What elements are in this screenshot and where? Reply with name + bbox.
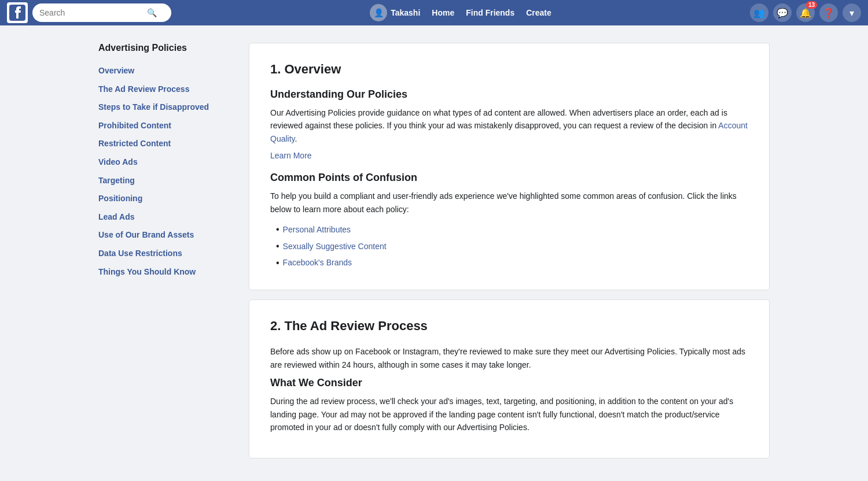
confusion-subtitle: Common Points of Confusion — [270, 172, 748, 184]
sidebar-item-overview[interactable]: Overview — [98, 62, 237, 80]
personal-attributes-link[interactable]: Personal Attributes — [283, 223, 351, 237]
help-icon: ❓ — [823, 8, 834, 18]
understanding-subtitle: Understanding Our Policies — [270, 88, 748, 101]
notification-badge: 13 — [806, 1, 817, 9]
sidebar-item-video-ads[interactable]: Video Ads — [98, 154, 237, 171]
sidebar-title: Advertising Policies — [98, 43, 237, 53]
sidebar-item-lead-ads[interactable]: Lead Ads — [98, 209, 237, 226]
list-item-facebook-brands: Facebook's Brands — [276, 255, 748, 272]
overview-body-part1: Our Advertising Policies provide guidanc… — [270, 108, 727, 130]
sidebar-item-ad-review[interactable]: The Ad Review Process — [98, 81, 237, 98]
sidebar-item-things-you-should-know[interactable]: Things You Should Know — [98, 264, 237, 281]
overview-body-text: Our Advertising Policies provide guidanc… — [270, 106, 748, 145]
ad-review-title: 2. The Ad Review Process — [270, 319, 748, 334]
learn-more-link[interactable]: Learn More — [270, 151, 748, 160]
people-icon: 👥 — [753, 8, 765, 18]
sidebar-item-prohibited[interactable]: Prohibited Content — [98, 117, 237, 135]
navbar-right: 👥 💬 🔔 13 ❓ ▾ — [750, 3, 861, 22]
more-menu-btn[interactable]: ▾ — [843, 3, 861, 22]
navbar-center: 👤 Takashi Home Find Friends Create — [171, 4, 750, 21]
messenger-icon-btn[interactable]: 💬 — [773, 3, 792, 22]
sidebar-item-data-use[interactable]: Data Use Restrictions — [98, 245, 237, 262]
confusion-section: Common Points of Confusion To help you b… — [270, 172, 748, 271]
find-friends-nav-item[interactable]: Find Friends — [466, 8, 514, 17]
user-name: Takashi — [391, 8, 420, 17]
search-icon: 🔍 — [147, 8, 157, 17]
main-content: 1. Overview Understanding Our Policies O… — [249, 43, 770, 458]
user-profile-link[interactable]: 👤 Takashi — [370, 4, 420, 21]
overview-section: 1. Overview Understanding Our Policies O… — [249, 43, 770, 290]
facebook-logo — [7, 2, 28, 23]
people-icon-btn[interactable]: 👥 — [750, 3, 768, 22]
avatar: 👤 — [370, 4, 387, 21]
overview-title: 1. Overview — [270, 62, 748, 77]
messenger-icon: 💬 — [777, 8, 788, 18]
home-nav-item[interactable]: Home — [432, 8, 454, 17]
confusion-body: To help you build a compliant and user-f… — [270, 190, 748, 216]
sidebar: Advertising Policies Overview The Ad Rev… — [98, 43, 249, 458]
sidebar-item-brand-assets[interactable]: Use of Our Brand Assets — [98, 227, 237, 244]
notifications-icon-btn[interactable]: 🔔 13 — [796, 3, 815, 22]
list-item-sexually-suggestive: Sexually Suggestive Content — [276, 238, 748, 255]
help-icon-btn[interactable]: ❓ — [819, 3, 838, 22]
sidebar-item-restricted[interactable]: Restricted Content — [98, 135, 237, 153]
chevron-down-icon: ▾ — [849, 8, 854, 18]
sidebar-item-positioning[interactable]: Positioning — [98, 190, 237, 208]
ad-review-section: 2. The Ad Review Process Before ads show… — [249, 299, 770, 458]
search-input[interactable] — [39, 8, 144, 17]
what-we-consider-subtitle: What We Consider — [270, 377, 748, 389]
sexually-suggestive-link[interactable]: Sexually Suggestive Content — [283, 239, 387, 254]
ad-review-body: Before ads show up on Facebook or Instag… — [270, 345, 748, 371]
sidebar-item-targeting[interactable]: Targeting — [98, 172, 237, 190]
page-wrapper: Advertising Policies Overview The Ad Rev… — [87, 25, 781, 476]
navbar: 🔍 👤 Takashi Home Find Friends Create 👥 💬… — [0, 0, 868, 25]
confusion-links-list: Personal Attributes Sexually Suggestive … — [270, 221, 748, 271]
sidebar-nav: Overview The Ad Review Process Steps to … — [98, 62, 237, 280]
search-bar[interactable]: 🔍 — [32, 3, 171, 22]
sidebar-item-steps[interactable]: Steps to Take if Disapproved — [98, 99, 237, 116]
facebook-brands-link[interactable]: Facebook's Brands — [283, 256, 352, 270]
create-nav-item[interactable]: Create — [526, 8, 551, 17]
list-item-personal-attributes: Personal Attributes — [276, 221, 748, 238]
what-we-consider-body: During the ad review process, we'll chec… — [270, 395, 748, 434]
bell-icon: 🔔 — [800, 8, 811, 18]
period: . — [295, 134, 297, 143]
